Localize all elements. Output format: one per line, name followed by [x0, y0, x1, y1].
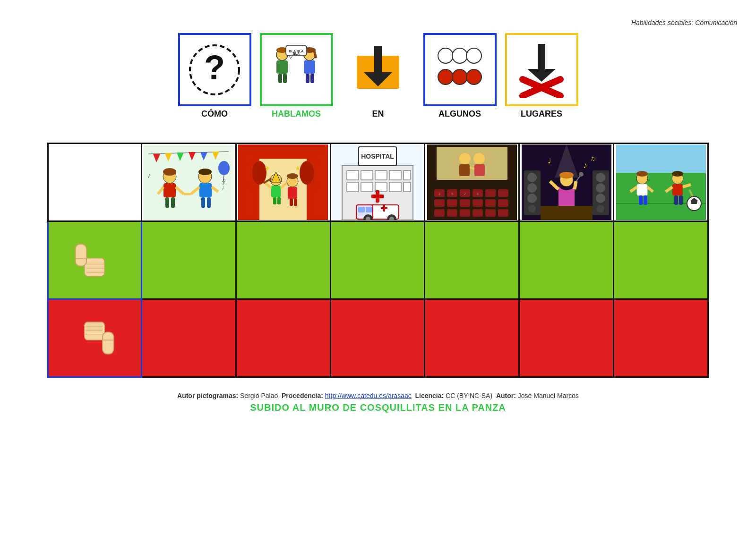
svg-rect-163	[639, 195, 643, 205]
svg-rect-43	[163, 183, 176, 197]
lugares-icon	[513, 42, 570, 98]
svg-rect-128	[460, 209, 470, 217]
green-cell-5	[519, 221, 614, 299]
svg-point-168	[672, 171, 683, 177]
red-cell-1	[141, 299, 236, 377]
en-label: EN	[372, 109, 384, 119]
svg-point-146	[597, 205, 604, 212]
svg-rect-70	[277, 197, 281, 204]
svg-rect-130	[485, 209, 496, 217]
svg-rect-14	[278, 74, 282, 83]
svg-rect-16	[306, 74, 309, 83]
svg-rect-185	[85, 322, 104, 340]
svg-point-21	[438, 48, 453, 63]
picto-algunos: ALGUNOS	[423, 33, 497, 119]
svg-point-143	[596, 173, 605, 182]
svg-rect-68	[271, 186, 281, 197]
svg-text:3: 3	[438, 192, 440, 195]
footer-author1: Sergio Palao	[240, 392, 278, 399]
picto-como-box: ? !	[178, 33, 251, 106]
hospital-scene: HOSPITAL	[333, 144, 422, 220]
svg-point-145	[596, 194, 605, 203]
svg-point-139	[527, 183, 537, 193]
svg-point-138	[527, 173, 537, 182]
picto-en-box	[342, 33, 415, 106]
top-left-empty	[48, 144, 142, 221]
svg-text:♪: ♪	[583, 161, 587, 170]
footer-url[interactable]: http://www.catedu.es/arasaac	[325, 392, 412, 399]
svg-point-110	[473, 153, 485, 164]
svg-rect-44	[165, 197, 169, 208]
svg-rect-88	[389, 170, 401, 180]
svg-rect-15	[283, 74, 287, 83]
picto-hablamos-box: BLA BLA BLA	[260, 33, 333, 106]
footer-autor2-label: Autor:	[496, 392, 516, 399]
svg-rect-129	[472, 209, 483, 217]
svg-text:♫: ♫	[590, 155, 595, 162]
footer-licencia-label: Licencia:	[415, 392, 444, 399]
svg-point-25	[452, 69, 467, 85]
svg-text:♫: ♫	[222, 177, 226, 184]
svg-rect-99	[358, 207, 365, 212]
svg-rect-147	[541, 206, 593, 220]
como-label: CÓMO	[201, 109, 228, 119]
svg-text:♩: ♩	[222, 185, 224, 190]
green-cell-3	[330, 221, 425, 299]
en-icon	[350, 42, 406, 98]
scene-row: ♪ ♫ ♩	[48, 144, 708, 221]
scene-party: ♪ ♫ ♩	[141, 144, 236, 221]
red-cell-3	[330, 299, 425, 377]
svg-rect-9	[304, 60, 315, 74]
footer-credits: Autor pictogramas: Sergio Palao Proceden…	[0, 392, 756, 399]
svg-rect-112	[474, 164, 485, 176]
svg-rect-123	[472, 199, 483, 207]
svg-rect-90	[347, 182, 359, 192]
svg-text:8: 8	[477, 192, 479, 195]
svg-rect-122	[460, 199, 470, 207]
footer-author2: José Manuel Marcos	[518, 392, 579, 399]
svg-rect-179	[85, 258, 104, 276]
svg-rect-164	[644, 195, 647, 205]
svg-rect-75	[288, 187, 297, 199]
scene-cinema: 3 5 7 8	[425, 144, 519, 221]
svg-rect-120	[434, 199, 445, 207]
hablamos-label: HABLAMOS	[272, 109, 321, 119]
svg-point-141	[528, 205, 536, 212]
thumbs-down-cell	[48, 299, 142, 377]
svg-point-74	[287, 173, 298, 179]
algunos-icon	[431, 42, 488, 98]
svg-rect-52	[207, 197, 211, 208]
svg-text:♪: ♪	[147, 171, 151, 179]
svg-rect-124	[485, 199, 496, 207]
svg-rect-93	[389, 182, 401, 192]
svg-rect-126	[434, 209, 445, 217]
svg-text:♩: ♩	[548, 157, 551, 165]
svg-rect-108	[437, 147, 507, 180]
red-cell-4	[425, 299, 519, 377]
svg-rect-96	[376, 190, 379, 203]
svg-rect-19	[374, 46, 382, 72]
theater-scene: ★ ★	[238, 144, 328, 220]
svg-rect-50	[199, 183, 212, 197]
footer-subtitle: SUBIDO AL MURO DE COSQUILLITAS EN LA PAN…	[0, 402, 756, 413]
svg-rect-169	[672, 184, 683, 195]
svg-rect-77	[294, 199, 297, 206]
svg-rect-186	[103, 332, 114, 354]
footer: Autor pictogramas: Sergio Palao Proceden…	[0, 392, 756, 418]
cinema-scene: 3 5 7 8	[427, 144, 517, 220]
svg-rect-27	[538, 44, 545, 70]
svg-rect-5	[276, 60, 288, 74]
thumbs-up-icon	[69, 234, 120, 286]
svg-rect-51	[201, 197, 205, 208]
svg-point-22	[452, 48, 467, 63]
picto-en: EN	[342, 33, 415, 119]
algunos-label: ALGUNOS	[438, 109, 481, 119]
svg-rect-85	[347, 170, 359, 180]
svg-point-65	[300, 161, 314, 185]
svg-point-144	[596, 183, 605, 193]
svg-rect-118	[485, 189, 496, 197]
picto-lugares: LUGARES	[505, 33, 578, 119]
svg-point-42	[163, 168, 176, 176]
thumbs-down-icon	[69, 312, 120, 364]
svg-text:HOSPITAL: HOSPITAL	[361, 153, 394, 160]
